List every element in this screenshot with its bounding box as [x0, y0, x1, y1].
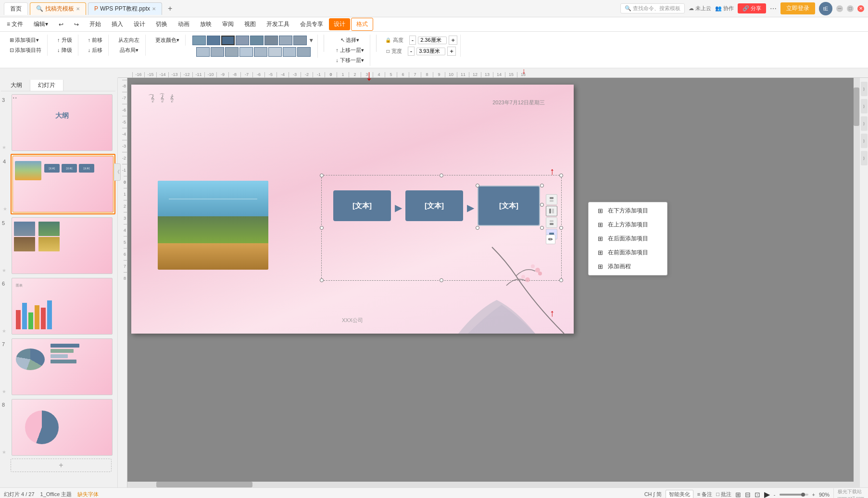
- smartart-box-3[interactable]: [文本]: [478, 186, 540, 226]
- handle-bc[interactable]: [440, 278, 443, 282]
- slide-canvas[interactable]: 𝄞 𝄞 𝄞 ⌒ ⌒ ⌒ 2023年7月12日星期三: [131, 85, 574, 334]
- add-item-btn-middle[interactable]: [546, 206, 557, 216]
- shape-4[interactable]: [236, 36, 249, 45]
- rpanel-btn-3[interactable]: ⟩: [861, 116, 868, 131]
- cloud-save[interactable]: ☁ 未上云: [689, 5, 711, 12]
- shape-r2-5[interactable]: [254, 47, 267, 57]
- redo-button[interactable]: ↪: [69, 19, 84, 30]
- scrollbar-h[interactable]: [118, 482, 854, 487]
- up-layer-button[interactable]: ↑ 上移一层▾: [333, 46, 367, 55]
- menu-insert[interactable]: 插入: [107, 18, 128, 30]
- shape-7[interactable]: [279, 36, 292, 45]
- menu-edit[interactable]: 编辑▾: [29, 18, 53, 30]
- upgrade-button[interactable]: ↑ 升级: [54, 36, 75, 45]
- close-button[interactable]: ✕: [857, 5, 864, 12]
- scrollbar-thumb-h[interactable]: [156, 482, 252, 487]
- zoom-in-btn[interactable]: +: [812, 492, 815, 498]
- ctx-item-add-after[interactable]: ⊞ 在后面添加项目: [589, 232, 667, 246]
- collaborate[interactable]: 👥 协作: [715, 5, 734, 12]
- shape-r2-3[interactable]: [225, 47, 239, 57]
- slide-item-active[interactable]: 4 ★ [文本] [文本] [文本]: [11, 154, 115, 214]
- rpanel-btn-4[interactable]: ⟩: [861, 134, 868, 148]
- shape-6[interactable]: [264, 36, 278, 45]
- add-item-btn-top[interactable]: [546, 194, 557, 205]
- slide-item-8[interactable]: 8 ★: [11, 398, 115, 457]
- slide-item-5[interactable]: 5 ★: [11, 216, 115, 275]
- menu-developer[interactable]: 开发工具: [262, 18, 294, 30]
- rpanel-btn-1[interactable]: ⟩: [861, 82, 868, 96]
- view-grid[interactable]: ⊟: [745, 491, 751, 498]
- tab-file[interactable]: P WPS PPT教程.pptx ✕: [88, 2, 162, 15]
- shape-r2-4[interactable]: [239, 47, 253, 57]
- tab-template[interactable]: 🔍 找稿壳模板 ✕: [30, 2, 86, 15]
- shape-r2-7[interactable]: [283, 47, 296, 57]
- leftright-button[interactable]: 从左向左: [115, 36, 142, 45]
- width-plus[interactable]: +: [447, 47, 456, 56]
- menu-home[interactable]: 开始: [85, 18, 106, 30]
- menu-design[interactable]: 设计: [129, 18, 150, 30]
- down-layer-button[interactable]: ↓ 下移一层▾: [333, 56, 367, 65]
- ctx-item-add-below[interactable]: ⊞ 在下方添加项目: [589, 204, 667, 218]
- tab-home[interactable]: 首页: [4, 2, 28, 15]
- smartart-box-2[interactable]: [文本]: [405, 190, 463, 221]
- slide-item-6[interactable]: 6 ★ 图表: [11, 277, 115, 336]
- menu-transition[interactable]: 切换: [151, 18, 172, 30]
- menu-review[interactable]: 审阅: [217, 18, 239, 30]
- search-command-input[interactable]: 🔍 查找命令、搜索模板: [620, 3, 685, 13]
- menu-slideshow[interactable]: 放映: [195, 18, 216, 30]
- box3-handle-br[interactable]: [540, 226, 544, 230]
- box3-handle-mr[interactable]: [540, 203, 544, 207]
- height-input[interactable]: [418, 37, 447, 44]
- handle-tc[interactable]: [440, 174, 443, 177]
- play-button[interactable]: ▶: [764, 490, 770, 498]
- avatar[interactable]: tE: [819, 2, 832, 15]
- downgrade-button[interactable]: ↓ 降级: [54, 46, 75, 55]
- menu-file[interactable]: ≡ 文件: [2, 18, 28, 30]
- undo-button[interactable]: ↩: [54, 19, 68, 30]
- more-options-icon[interactable]: ⋯: [770, 5, 777, 12]
- notes-btn[interactable]: ≡ 备注: [697, 491, 712, 498]
- rpanel-btn-5[interactable]: ⟩: [861, 151, 868, 165]
- smartart-box-1[interactable]: [文本]: [333, 190, 391, 221]
- slide-item-7[interactable]: 7 ★: [11, 337, 115, 396]
- width-minus[interactable]: -: [408, 47, 415, 56]
- shape-r2-2[interactable]: [211, 47, 224, 57]
- move-down-button[interactable]: ↓ 后移: [85, 46, 106, 55]
- menu-animation[interactable]: 动画: [173, 18, 194, 30]
- shape-r2-1[interactable]: [196, 47, 210, 57]
- box3-handle-tl[interactable]: [476, 184, 479, 187]
- zoom-level[interactable]: 90%: [819, 492, 830, 498]
- maximize-button[interactable]: □: [847, 5, 854, 12]
- zoom-out-btn[interactable]: -: [774, 492, 776, 498]
- tab-file-close[interactable]: ✕: [152, 6, 156, 12]
- login-button[interactable]: 立即登录: [780, 2, 815, 14]
- handle-tr[interactable]: [559, 174, 563, 177]
- height-minus[interactable]: -: [409, 36, 416, 45]
- add-item-sub-button[interactable]: ⊡ 添加项目符: [7, 46, 44, 55]
- share-button[interactable]: 🔗 分享: [738, 3, 766, 13]
- height-plus[interactable]: +: [449, 36, 457, 45]
- move-up-button[interactable]: ↑ 前移: [85, 36, 106, 45]
- menu-view[interactable]: 视图: [239, 18, 261, 30]
- lang-btn[interactable]: CH ∫ 简: [644, 491, 662, 498]
- ctx-item-add-before[interactable]: ⊞ 在前面添加项目: [589, 246, 667, 260]
- handle-bl[interactable]: [320, 278, 324, 282]
- box3-handle-tr[interactable]: [540, 184, 544, 187]
- slide-item[interactable]: 3 ★ ▪ ▪ 大纲: [11, 93, 115, 152]
- shape-1[interactable]: [192, 36, 206, 45]
- scrollbar-v[interactable]: [854, 78, 859, 487]
- ctx-item-add-above[interactable]: ⊞ 在上方添加项目: [589, 218, 667, 232]
- shape-8[interactable]: [293, 36, 307, 45]
- comment-btn[interactable]: □ 批注: [716, 491, 731, 498]
- width-input[interactable]: [416, 48, 445, 55]
- shape-3[interactable]: [221, 36, 235, 45]
- rpanel-btn-2[interactable]: ⟩: [861, 99, 868, 113]
- view-normal[interactable]: ⊞: [735, 491, 741, 498]
- menu-format[interactable]: 格式: [351, 18, 373, 31]
- arrange-button[interactable]: 品布局▾: [117, 46, 141, 55]
- zoom-slider[interactable]: [780, 494, 808, 496]
- outline-tab[interactable]: 大纲: [3, 80, 30, 91]
- smart-btn[interactable]: 智能美化: [666, 490, 693, 498]
- tab-template-close[interactable]: ✕: [76, 6, 80, 12]
- shape-2[interactable]: [207, 36, 220, 45]
